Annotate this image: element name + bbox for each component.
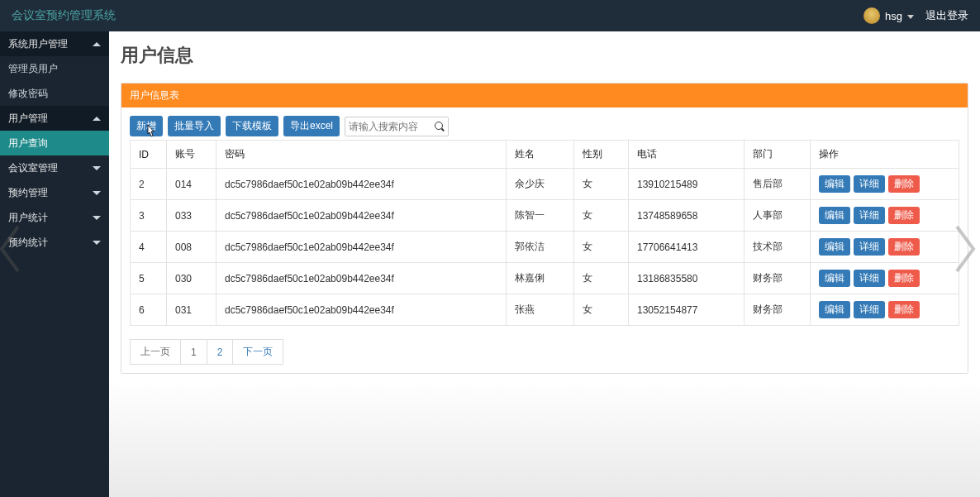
cell-phone: 13748589658 (629, 200, 745, 232)
export-excel-button[interactable]: 导出excel (283, 116, 340, 136)
panel-title: 用户信息表 (121, 84, 968, 108)
user-panel: 用户信息表 新增 批量导入 下载模板 导出excel ID 账号 密码 (121, 83, 968, 374)
delete-button[interactable]: 删除 (888, 301, 920, 318)
page-1[interactable]: 1 (180, 339, 207, 365)
cell-actions: 编辑详细删除 (811, 169, 959, 200)
detail-button[interactable]: 详细 (854, 238, 885, 256)
search-icon[interactable] (435, 122, 445, 131)
logout-link[interactable]: 退出登录 (925, 8, 968, 23)
col-gender: 性别 (574, 141, 629, 169)
detail-button[interactable]: 详细 (854, 175, 885, 193)
page-title: 用户信息 (121, 43, 968, 68)
delete-button[interactable]: 删除 (888, 207, 920, 224)
cell-gender: 女 (574, 263, 629, 294)
edit-button[interactable]: 编辑 (819, 301, 850, 318)
cell-dept: 财务部 (745, 294, 811, 326)
cell-gender: 女 (574, 294, 629, 326)
chevron-up-icon (93, 42, 101, 46)
sidebar-item-label: 预约管理 (8, 186, 48, 200)
batch-import-button[interactable]: 批量导入 (168, 116, 221, 136)
delete-button[interactable]: 删除 (888, 238, 920, 256)
search-input[interactable] (349, 121, 435, 132)
edit-button[interactable]: 编辑 (819, 207, 850, 224)
sidebar-item-label: 用户管理 (8, 112, 48, 126)
pager: 上一页 1 2 下一页 (130, 339, 959, 365)
topbar-right: hsg 退出登录 (863, 7, 968, 24)
sidebar-item-admin-users[interactable]: 管理员用户 (0, 56, 109, 81)
cell-id: 3 (131, 200, 167, 232)
sidebar-item-label: 会议室管理 (8, 161, 58, 175)
col-name: 姓名 (507, 141, 574, 169)
cell-gender: 女 (574, 200, 629, 232)
cell-name: 余少庆 (507, 169, 574, 200)
cell-account: 008 (167, 232, 216, 263)
cell-name: 林嘉俐 (507, 263, 574, 294)
topbar: 会议室预约管理系统 hsg 退出登录 (0, 0, 980, 31)
page-prev[interactable]: 上一页 (130, 339, 181, 365)
prev-arrow-icon[interactable] (0, 220, 28, 278)
download-template-button[interactable]: 下载模板 (226, 116, 278, 136)
sidebar-item-label: 系统用户管理 (8, 37, 68, 51)
table-row: 6031dc5c7986daef50c1e02ab09b442ee34f张燕女1… (131, 294, 959, 326)
cell-actions: 编辑详细删除 (811, 232, 959, 263)
sidebar-item-user-query[interactable]: 用户查询 (0, 131, 109, 155)
delete-button[interactable]: 删除 (888, 270, 920, 287)
search-wrap (345, 117, 449, 136)
cell-gender: 女 (574, 169, 629, 200)
avatar-icon (863, 7, 880, 24)
chevron-up-icon (93, 117, 101, 121)
user-name: hsg (885, 10, 902, 22)
cell-pwd: dc5c7986daef50c1e02ab09b442ee34f (216, 232, 507, 263)
cell-phone: 13186835580 (629, 263, 745, 294)
col-id: ID (131, 141, 167, 169)
main-content: 用户信息 用户信息表 新增 批量导入 下载模板 导出excel ID 账号 (109, 31, 980, 497)
cell-account: 014 (167, 169, 216, 200)
detail-button[interactable]: 详细 (854, 301, 885, 318)
page-next[interactable]: 下一页 (232, 339, 283, 365)
user-table: ID 账号 密码 姓名 性别 电话 部门 操作 2014dc5c7986daef… (130, 140, 959, 326)
sidebar-item-booking[interactable]: 预约管理 (0, 180, 109, 205)
cell-actions: 编辑详细删除 (811, 200, 959, 232)
add-button[interactable]: 新增 (130, 116, 163, 136)
cell-name: 陈智一 (507, 200, 574, 232)
delete-button[interactable]: 删除 (888, 175, 920, 193)
chevron-down-icon (93, 191, 101, 195)
sidebar-item-user-management[interactable]: 用户管理 (0, 106, 109, 131)
page-2[interactable]: 2 (207, 339, 234, 365)
cell-account: 031 (167, 294, 216, 326)
detail-button[interactable]: 详细 (854, 207, 885, 224)
next-arrow-icon[interactable] (947, 220, 980, 278)
sidebar-item-meeting-room[interactable]: 会议室管理 (0, 155, 109, 180)
cell-dept: 技术部 (745, 232, 811, 263)
cell-pwd: dc5c7986daef50c1e02ab09b442ee34f (216, 200, 507, 232)
edit-button[interactable]: 编辑 (819, 270, 850, 287)
cell-id: 5 (131, 263, 167, 294)
chevron-down-icon (907, 15, 914, 19)
table-row: 3033dc5c7986daef50c1e02ab09b442ee34f陈智一女… (131, 200, 959, 232)
sidebar-item-label: 管理员用户 (8, 62, 58, 76)
cell-phone: 13910215489 (629, 169, 745, 200)
cell-dept: 售后部 (745, 169, 811, 200)
cell-name: 郭依洁 (507, 232, 574, 263)
sidebar-item-label: 修改密码 (8, 87, 48, 101)
sidebar-item-label: 用户查询 (8, 136, 48, 151)
col-phone: 电话 (629, 141, 745, 169)
cell-name: 张燕 (507, 294, 574, 326)
sidebar-item-change-password[interactable]: 修改密码 (0, 81, 109, 106)
sidebar-item-system-user[interactable]: 系统用户管理 (0, 31, 109, 56)
cell-account: 030 (167, 263, 216, 294)
table-row: 2014dc5c7986daef50c1e02ab09b442ee34f余少庆女… (131, 169, 959, 200)
edit-button[interactable]: 编辑 (819, 238, 850, 256)
cell-id: 2 (131, 169, 167, 200)
chevron-down-icon (93, 216, 101, 220)
detail-button[interactable]: 详细 (854, 270, 885, 287)
edit-button[interactable]: 编辑 (819, 175, 850, 193)
user-menu[interactable]: hsg (863, 7, 914, 24)
col-actions: 操作 (811, 141, 959, 169)
app-title: 会议室预约管理系统 (12, 8, 116, 23)
cell-phone: 17706641413 (629, 232, 745, 263)
panel-body: 新增 批量导入 下载模板 导出excel ID 账号 密码 姓名 性别 (121, 108, 968, 373)
col-account: 账号 (167, 141, 216, 169)
col-dept: 部门 (745, 141, 811, 169)
cell-gender: 女 (574, 232, 629, 263)
